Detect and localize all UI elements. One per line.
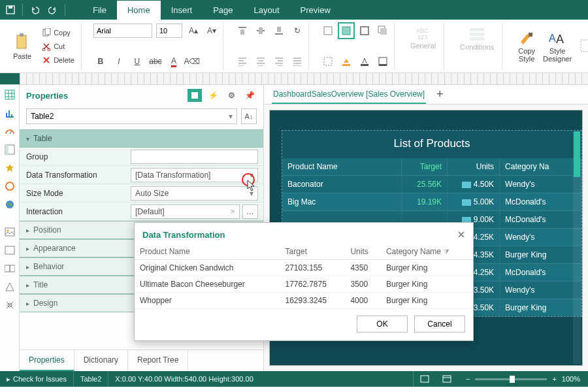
border-style-button[interactable] bbox=[321, 54, 335, 69]
panel-tab-properties[interactable]: Properties bbox=[20, 350, 74, 371]
add-page-button[interactable]: + bbox=[431, 88, 449, 101]
tab-page[interactable]: Page bbox=[203, 1, 243, 20]
table-icon[interactable] bbox=[4, 89, 16, 101]
text-color-button[interactable] bbox=[357, 54, 372, 69]
copy-style-button[interactable]: Copy Style bbox=[514, 27, 539, 65]
shape-icon[interactable] bbox=[4, 281, 16, 293]
object-select[interactable]: Table2▾ bbox=[26, 108, 237, 124]
align-top-button[interactable] bbox=[235, 24, 250, 38]
border-outer-button[interactable] bbox=[357, 24, 372, 38]
view-properties-button[interactable] bbox=[188, 89, 202, 102]
settings-button[interactable]: ⚙ bbox=[224, 89, 238, 102]
prop-sizemode-label: Size Mode bbox=[20, 189, 131, 198]
zoom-out-button[interactable]: − bbox=[466, 375, 470, 383]
prop-group-value[interactable] bbox=[131, 150, 258, 164]
align-left-button[interactable] bbox=[235, 54, 250, 69]
underline-button[interactable]: U bbox=[130, 54, 144, 69]
panel-icon[interactable] bbox=[4, 263, 16, 274]
delete-button[interactable]: Delete bbox=[39, 54, 77, 66]
scrollbar-thumb[interactable] bbox=[574, 131, 580, 177]
mcol-name[interactable]: Product Name bbox=[135, 244, 280, 260]
progress-icon[interactable] bbox=[4, 180, 16, 192]
shadow-button[interactable] bbox=[376, 24, 390, 38]
font-color-button[interactable]: A bbox=[167, 54, 181, 69]
fill-color-button[interactable] bbox=[339, 54, 353, 69]
zoom-in-button[interactable]: + bbox=[552, 375, 556, 383]
prop-interaction-value[interactable]: [Default]× bbox=[131, 204, 240, 219]
mcol-units[interactable]: Units bbox=[345, 244, 381, 260]
redo-button[interactable] bbox=[45, 2, 61, 18]
sort-button[interactable]: A↓ bbox=[241, 108, 257, 124]
zoom-slider[interactable] bbox=[475, 378, 547, 380]
table-row[interactable]: Whopper16293.32454000Burger King bbox=[135, 293, 473, 309]
svg-rect-1 bbox=[8, 6, 12, 8]
grow-font-button[interactable]: A▴ bbox=[186, 24, 201, 38]
save-button[interactable] bbox=[3, 2, 18, 18]
cancel-button[interactable]: Cancel bbox=[414, 316, 465, 333]
align-right-button[interactable] bbox=[272, 54, 286, 69]
panel-tab-dictionary[interactable]: Dictionary bbox=[74, 350, 128, 371]
shrink-font-button[interactable]: A▾ bbox=[204, 24, 219, 38]
horizontal-ruler bbox=[0, 73, 588, 85]
paste-button[interactable]: Paste bbox=[9, 30, 35, 63]
table-row[interactable]: Ultimate Bacon Cheeseburger17762.7875350… bbox=[135, 276, 473, 293]
pin-button[interactable]: 📌 bbox=[242, 89, 257, 102]
mcol-target[interactable]: Target bbox=[280, 244, 345, 260]
svg-text:ABC: ABC bbox=[416, 27, 429, 34]
italic-button[interactable]: I bbox=[112, 54, 126, 69]
map-icon[interactable] bbox=[4, 199, 16, 210]
tab-preview[interactable]: Preview bbox=[290, 1, 341, 20]
panel-tab-reporttree[interactable]: Report Tree bbox=[128, 350, 188, 371]
pivot-icon[interactable] bbox=[4, 144, 16, 155]
tab-file[interactable]: File bbox=[82, 1, 117, 20]
prop-dtrans-value[interactable]: [Data Transformation]▾ bbox=[131, 168, 258, 182]
filter-icon[interactable]: ⧩ bbox=[444, 248, 449, 255]
settings-icon[interactable] bbox=[4, 299, 16, 311]
copy-button[interactable]: Copy bbox=[39, 27, 77, 39]
view-mode-2[interactable] bbox=[436, 371, 458, 387]
indicator-icon[interactable] bbox=[4, 162, 16, 174]
tab-insert[interactable]: Insert bbox=[161, 1, 203, 20]
gauge-icon[interactable] bbox=[4, 125, 16, 137]
border-none-button[interactable] bbox=[321, 24, 335, 38]
text-icon[interactable] bbox=[4, 244, 16, 256]
table-row[interactable]: Big Mac19.19K5.00KMcDonald's bbox=[282, 193, 581, 210]
rotate-text-button[interactable]: ↻ bbox=[290, 24, 304, 38]
undo-button[interactable] bbox=[27, 2, 42, 18]
table-row[interactable]: Original Chicken Sandwich27103.1554350Bu… bbox=[135, 260, 473, 276]
view-mode-1[interactable] bbox=[413, 371, 436, 387]
svg-rect-11 bbox=[259, 27, 263, 34]
image-icon[interactable] bbox=[4, 226, 16, 238]
align-justify-button[interactable] bbox=[290, 54, 304, 69]
format-general-button[interactable]: ABC123 General bbox=[406, 24, 440, 52]
border-all-button[interactable] bbox=[339, 24, 353, 38]
svg-text:A: A bbox=[556, 33, 564, 46]
check-issues-button[interactable]: ▸Check for Issues bbox=[0, 371, 74, 387]
font-family-select[interactable] bbox=[93, 24, 152, 38]
cut-button[interactable]: Cut bbox=[39, 41, 77, 52]
select-style-button[interactable] bbox=[576, 36, 588, 57]
section-table[interactable]: ▾Table bbox=[20, 129, 263, 148]
tab-layout[interactable]: Layout bbox=[244, 1, 290, 20]
border-color-button[interactable] bbox=[376, 54, 390, 69]
align-middle-button[interactable] bbox=[253, 24, 268, 38]
tab-home[interactable]: Home bbox=[117, 1, 161, 20]
mcol-category[interactable]: Category Name⧩ bbox=[381, 244, 473, 260]
prop-sizemode-value[interactable]: Auto Size▾ bbox=[131, 186, 258, 201]
conditions-button[interactable]: Conditions bbox=[456, 24, 498, 54]
align-center-button[interactable] bbox=[253, 54, 268, 69]
strike-button[interactable]: abc bbox=[148, 54, 163, 69]
prop-interaction-more[interactable]: … bbox=[242, 204, 258, 219]
style-designer-button[interactable]: AA Style Designer bbox=[539, 27, 576, 65]
chart-icon[interactable] bbox=[4, 107, 16, 119]
bold-button[interactable]: B bbox=[93, 54, 108, 69]
events-button[interactable]: ⚡ bbox=[206, 89, 220, 102]
dialog-close-button[interactable]: ✕ bbox=[457, 229, 465, 240]
table-row[interactable]: Baconator25.56K4.50KWendy's bbox=[282, 175, 581, 193]
font-size-select[interactable] bbox=[156, 24, 182, 38]
document-tab[interactable]: DashboardSalesOverview [Sales Overview] bbox=[272, 86, 426, 104]
canvas-scrollbar[interactable] bbox=[573, 131, 581, 364]
align-bottom-button[interactable] bbox=[272, 24, 286, 38]
ok-button[interactable]: OK bbox=[357, 316, 408, 333]
clear-format-button[interactable]: A⌫ bbox=[185, 54, 199, 69]
